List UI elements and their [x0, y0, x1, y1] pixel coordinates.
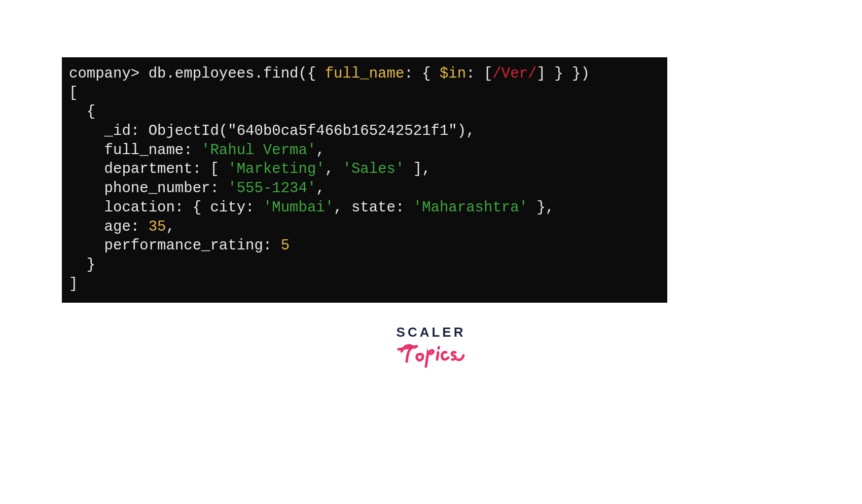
brand-logo: SCALER	[0, 325, 862, 373]
after-field: : {	[404, 65, 440, 82]
perf-key: performance_rating:	[69, 237, 281, 254]
result-open-bracket: [	[69, 85, 78, 101]
location-city: 'Mumbai'	[263, 199, 334, 216]
query-field: full_name	[325, 65, 405, 82]
id-value: "640b0ca5f466b165242521f1"	[228, 123, 457, 139]
result-open-brace: {	[69, 103, 95, 120]
location-mid: , state:	[334, 199, 413, 216]
full-name-key: full_name:	[69, 142, 201, 159]
location-state: 'Maharashtra'	[413, 199, 528, 216]
phone-value: '555-1234'	[228, 180, 316, 197]
query-regex: /Ver/	[492, 65, 536, 82]
department-val2: 'Sales'	[343, 161, 405, 177]
department-comma: ,	[325, 161, 343, 177]
id-prefix: _id: ObjectId(	[69, 123, 228, 139]
full-name-suffix: ,	[316, 142, 325, 159]
logo-line2-script	[396, 337, 466, 373]
phone-suffix: ,	[316, 180, 325, 197]
code-block: company> db.employees.find({ full_name: …	[69, 64, 660, 294]
prompt: company>	[69, 65, 139, 82]
result-close-brace: }	[69, 257, 95, 273]
age-key: age:	[69, 219, 149, 235]
department-key: department: [	[69, 161, 228, 177]
command-suffix: ] } })	[536, 65, 589, 82]
query-operator: $in	[440, 65, 466, 82]
id-suffix: ),	[457, 123, 475, 139]
location-key: location: { city:	[69, 199, 263, 216]
department-val1: 'Marketing'	[228, 161, 325, 177]
after-operator: : [	[466, 65, 492, 82]
phone-key: phone_number:	[69, 180, 228, 197]
location-suffix: },	[528, 199, 554, 216]
perf-value: 5	[281, 237, 290, 254]
full-name-value: 'Rahul Verma'	[201, 142, 316, 159]
result-close-bracket: ]	[69, 276, 78, 293]
command-prefix: db.employees.find({	[149, 65, 325, 82]
age-value: 35	[149, 219, 166, 235]
terminal-output: company> db.employees.find({ full_name: …	[62, 57, 667, 303]
department-suffix: ],	[404, 161, 430, 177]
space	[139, 65, 148, 82]
age-suffix: ,	[166, 219, 174, 235]
